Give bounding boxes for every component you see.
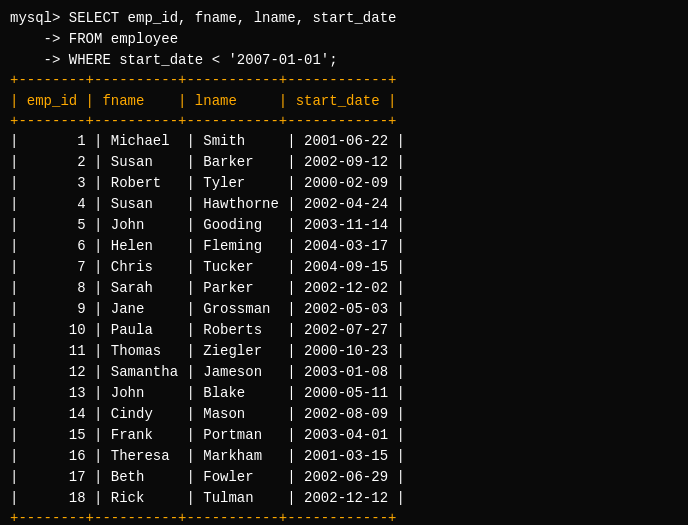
table-row: | 17 | Beth | Fowler | 2002-06-29 |: [10, 467, 678, 488]
table-row: | 16 | Theresa | Markham | 2001-03-15 |: [10, 446, 678, 467]
table-row: | 11 | Thomas | Ziegler | 2000-10-23 |: [10, 341, 678, 362]
top-divider: +--------+----------+-----------+-------…: [10, 71, 678, 91]
table-row: | 18 | Rick | Tulman | 2002-12-12 |: [10, 488, 678, 509]
query-text-1: SELECT emp_id, fname, lname, start_date: [69, 10, 397, 26]
table-row: | 10 | Paula | Roberts | 2002-07-27 |: [10, 320, 678, 341]
table-row: | 1 | Michael | Smith | 2001-06-22 |: [10, 131, 678, 152]
table-header: | emp_id | fname | lname | start_date |: [10, 91, 678, 112]
table-row: | 9 | Jane | Grossman | 2002-05-03 |: [10, 299, 678, 320]
table-row: | 7 | Chris | Tucker | 2004-09-15 |: [10, 257, 678, 278]
query-line-1: mysql> SELECT emp_id, fname, lname, star…: [10, 8, 678, 29]
table-row: | 8 | Sarah | Parker | 2002-12-02 |: [10, 278, 678, 299]
table-row: | 2 | Susan | Barker | 2002-09-12 |: [10, 152, 678, 173]
table-row: | 6 | Helen | Fleming | 2004-03-17 |: [10, 236, 678, 257]
table-row: | 15 | Frank | Portman | 2003-04-01 |: [10, 425, 678, 446]
table-row: | 5 | John | Gooding | 2003-11-14 |: [10, 215, 678, 236]
header-divider: +--------+----------+-----------+-------…: [10, 112, 678, 132]
table-row: | 12 | Samantha | Jameson | 2003-01-08 |: [10, 362, 678, 383]
bottom-divider: +--------+----------+-----------+-------…: [10, 509, 678, 525]
prompt-symbol: mysql>: [10, 10, 69, 26]
table-row: | 14 | Cindy | Mason | 2002-08-09 |: [10, 404, 678, 425]
table-row: | 4 | Susan | Hawthorne | 2002-04-24 |: [10, 194, 678, 215]
table-body: | 1 | Michael | Smith | 2001-06-22 || 2 …: [10, 131, 678, 509]
terminal: mysql> SELECT emp_id, fname, lname, star…: [10, 8, 678, 525]
table-row: | 3 | Robert | Tyler | 2000-02-09 |: [10, 173, 678, 194]
query-line-2: -> FROM employee: [10, 29, 678, 50]
query-line-3: -> WHERE start_date < '2007-01-01';: [10, 50, 678, 71]
table-row: | 13 | John | Blake | 2000-05-11 |: [10, 383, 678, 404]
